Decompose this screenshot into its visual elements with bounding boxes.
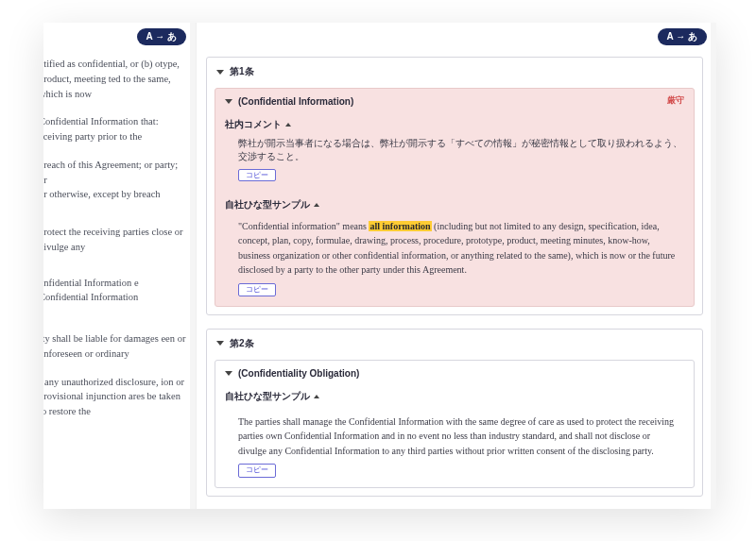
strict-tag: 厳守 <box>667 94 684 107</box>
left-para: ntified as confidential, or (b) otype, p… <box>43 57 188 101</box>
template-sample-label[interactable]: 自社ひな型サンプル <box>225 199 319 210</box>
left-para: breach of this Agreement; or party; or o… <box>43 158 188 202</box>
left-para: rty shall be liable for damages een or u… <box>43 331 188 362</box>
internal-comment-body: 弊社が開示当事者になる場合は、弊社が開示する「すべての情報」が秘密情報として取り… <box>238 137 684 164</box>
left-para: Confidential Information that: eceiving … <box>43 114 188 144</box>
clause-title-row[interactable]: (Confidentiality Obligation) <box>225 368 684 379</box>
template-sample-label[interactable]: 自社ひな型サンプル <box>225 391 319 401</box>
right-content: 第1条 厳守 (Confidential Information) 社内コメント… <box>206 57 703 509</box>
right-scrollbar[interactable] <box>711 23 716 509</box>
left-panel: A → あ ntified as confidential, or (b) ot… <box>43 23 197 509</box>
right-panel: A → あ 第1条 厳守 (Confidential Information) <box>197 23 716 509</box>
app-container: A → あ ntified as confidential, or (b) ot… <box>43 23 716 509</box>
highlight-all-information: all information <box>369 221 431 231</box>
internal-comment-section: 社内コメント 弊社が開示当事者になる場合は、弊社が開示する「すべての情報」が秘密… <box>225 114 684 181</box>
left-scrollbar[interactable] <box>190 23 196 509</box>
template-sample-body-2: The parties shall manage the Confidentia… <box>238 409 680 478</box>
copy-button[interactable]: コピー <box>238 464 276 477</box>
article-2: 第2条 (Confidentiality Obligation) 自社ひな型サン… <box>206 329 703 497</box>
translate-button-right[interactable]: A → あ <box>658 28 707 45</box>
left-para: protect the receiving parties close or d… <box>43 225 188 255</box>
copy-button[interactable]: コピー <box>238 169 276 181</box>
article-2-header[interactable]: 第2条 <box>207 330 702 356</box>
template-sample-body: "Confidential information" means all inf… <box>238 217 680 296</box>
article-1-header[interactable]: 第1条 <box>207 58 702 84</box>
caret-down-icon <box>225 371 232 376</box>
template-sample-section-2: 自社ひな型サンプル The parties shall manage the C… <box>225 386 684 478</box>
clause-confidential-info: 厳守 (Confidential Information) 社内コメント 弊社が… <box>215 88 695 307</box>
clause-confidentiality-obligation: (Confidentiality Obligation) 自社ひな型サンプル T… <box>215 360 695 488</box>
copy-button[interactable]: コピー <box>238 283 276 296</box>
article-2-title: 第2条 <box>230 337 254 350</box>
caret-up-icon <box>314 395 319 398</box>
clause-2-title: (Confidentiality Obligation) <box>238 368 359 379</box>
left-para: r any unauthorized disclosure, ion or pr… <box>43 375 188 419</box>
article-1: 第1条 厳守 (Confidential Information) 社内コメント… <box>206 57 703 315</box>
translate-button-left[interactable]: A → あ <box>137 28 186 45</box>
template-sample-section: 自社ひな型サンプル "Confidential information" mea… <box>225 194 684 296</box>
internal-comment-label[interactable]: 社内コメント <box>225 119 291 129</box>
sample-pre: "Confidential information" means <box>238 221 369 231</box>
caret-down-icon <box>216 341 224 346</box>
caret-down-icon <box>216 70 224 75</box>
caret-down-icon <box>225 99 232 104</box>
left-document-text: ntified as confidential, or (b) otype, p… <box>43 57 188 432</box>
caret-up-icon <box>314 203 319 207</box>
left-para: onfidential Information e Confidential I… <box>43 276 188 306</box>
clause-title-row[interactable]: (Confidential Information) <box>225 96 684 107</box>
clause-1-title: (Confidential Information) <box>238 96 353 107</box>
caret-up-icon <box>285 123 291 127</box>
article-1-title: 第1条 <box>230 65 254 78</box>
